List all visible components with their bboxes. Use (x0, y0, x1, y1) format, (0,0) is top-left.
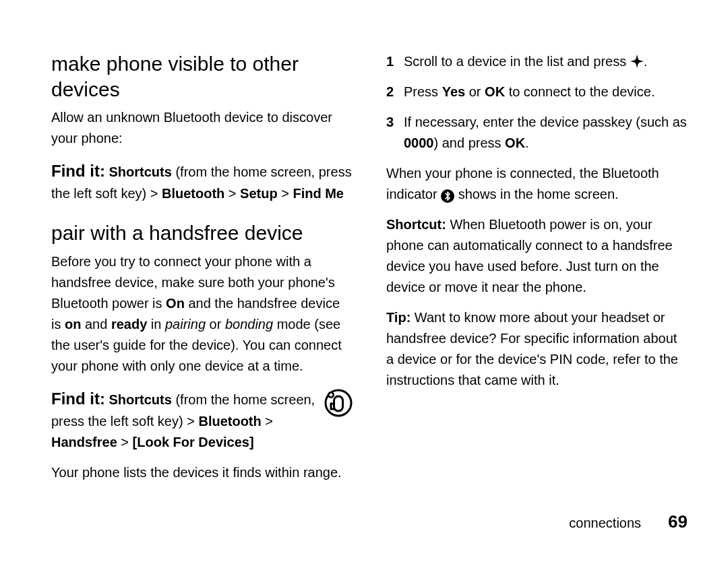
bluetooth-indicator-icon (441, 189, 454, 203)
label-shortcut: Shortcut: (386, 217, 446, 232)
text-setup: Setup (240, 186, 278, 201)
headset-icon (324, 389, 353, 417)
text-bluetooth: Bluetooth (162, 186, 224, 201)
text: > (278, 186, 293, 201)
text-find-me: Find Me (293, 186, 344, 201)
left-column: make phone visible to other devices Allo… (51, 51, 353, 549)
para-allow-discover: Allow an unknown Bluetooth device to dis… (51, 107, 353, 149)
heading-pair-handsfree: pair with a handsfree device (51, 220, 353, 246)
text-ok: OK (485, 84, 505, 99)
text-pairing: pairing (165, 317, 206, 332)
find-it-lead: Find it: (51, 162, 105, 180)
text: Scroll to a device in the list and press (404, 54, 630, 69)
text: > (117, 435, 133, 449)
text: . (525, 135, 529, 150)
text: > (262, 414, 273, 429)
footer-section: connections (569, 513, 641, 534)
find-it-lead: Find it: (51, 389, 105, 408)
text: or (465, 84, 485, 99)
text: in (147, 317, 165, 332)
text-on-2: on (65, 317, 81, 332)
label-tip: Tip: (386, 310, 411, 325)
text-shortcuts: Shortcuts (105, 164, 172, 179)
footer-page-number: 69 (668, 508, 688, 535)
text-shortcuts: Shortcuts (105, 392, 172, 407)
heading-make-visible: make phone visible to other devices (51, 51, 353, 102)
para-tip: Tip: Want to know more about your headse… (386, 307, 688, 391)
svg-rect-1 (334, 396, 343, 411)
text: . (644, 54, 648, 69)
text-0000: 0000 (404, 135, 434, 150)
step-number-2: 2 (386, 82, 404, 102)
para-lists-devices: Your phone lists the devices it finds wi… (51, 462, 353, 483)
step-number-3: 3 (386, 112, 404, 154)
step-2: Press Yes or OK to connect to the device… (404, 82, 688, 102)
para-bt-indicator: When your phone is connected, the Blueto… (386, 163, 688, 205)
center-select-icon (630, 55, 644, 68)
text-bluetooth: Bluetooth (198, 414, 261, 429)
text: or (206, 317, 225, 332)
numbered-steps: 1 Scroll to a device in the list and pre… (386, 51, 688, 154)
text-on-1: On (166, 296, 185, 311)
text-yes: Yes (442, 84, 465, 99)
text-ok: OK (505, 135, 525, 150)
find-it-1: Find it: Shortcuts (from the home screen… (51, 158, 353, 204)
find-it-2: Find it: Shortcuts (from the home screen… (51, 386, 353, 453)
step-number-1: 1 (386, 51, 404, 72)
text-bonding: bonding (225, 317, 273, 332)
text: ) and press (434, 135, 506, 150)
text-ready: ready (111, 317, 147, 332)
step-3: If necessary, enter the device passkey (… (404, 112, 688, 154)
text: shows in the home screen. (454, 187, 618, 201)
para-before-pairing: Before you try to connect your phone wit… (51, 251, 353, 377)
right-column: 1 Scroll to a device in the list and pre… (386, 51, 688, 549)
para-shortcut: Shortcut: When Bluetooth power is on, yo… (386, 214, 688, 298)
text: Want to know more about your headset or … (386, 310, 678, 387)
step-1: Scroll to a device in the list and press… (404, 51, 688, 72)
text: If necessary, enter the device passkey (… (404, 115, 687, 129)
text-handsfree: Handsfree (51, 435, 117, 449)
svg-point-6 (634, 59, 639, 64)
manual-page: make phone visible to other devices Allo… (0, 0, 728, 562)
text: > (224, 186, 240, 201)
text: and (81, 317, 111, 332)
text: Press (404, 84, 442, 99)
page-footer: connections 69 (569, 508, 688, 535)
text-look-for-devices: [Look For Devices] (133, 435, 254, 449)
text: to connect to the device. (505, 84, 655, 99)
